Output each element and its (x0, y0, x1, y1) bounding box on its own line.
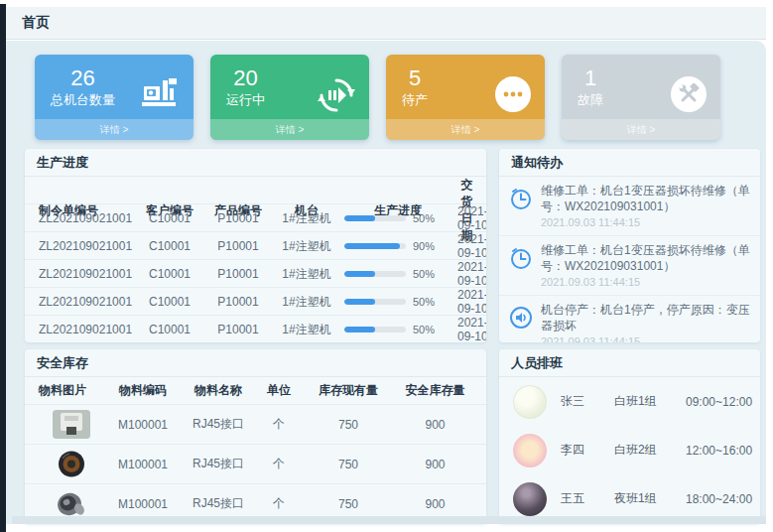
customer-no: C10001 (138, 323, 201, 336)
ellipsis-icon (495, 76, 531, 112)
clock-icon (509, 246, 533, 290)
customer-no: C10001 (138, 295, 201, 309)
machine: 1#注塑机 (275, 322, 338, 338)
list-item: 张三 白班1组 09:00~12:00 (499, 377, 760, 426)
total-machines-value: 26 (70, 66, 94, 91)
table-row: ZL202109021001 C10001 P10001 1#注塑机 50% 2… (25, 315, 486, 342)
page-header: 首页 (6, 7, 766, 40)
production-panel-title: 生产进度 (37, 154, 88, 172)
stock-table-header: 物料图片 物料编码 物料名称 单位 库存现有量 安全库存量 (25, 377, 486, 404)
delivery-date: 2021-09-10 (457, 204, 486, 232)
delivery-date: 2021-09-10 (457, 288, 486, 316)
clock-icon (509, 187, 533, 230)
shift-label: 夜班1组 (614, 490, 686, 507)
material-image-speaker-front (53, 450, 90, 478)
progress-percent: 50% (413, 212, 435, 224)
notice-timestamp: 2021.09.03 11:44:15 (541, 275, 750, 290)
current-qty: 750 (303, 497, 394, 511)
table-row: M100001 RJ45接口 个 750 900 (25, 444, 486, 483)
running-label: 运行中 (226, 91, 265, 109)
tools-icon (671, 76, 707, 112)
customer-no: C10001 (138, 211, 201, 225)
fault-label: 故障 (578, 91, 603, 109)
total-machines-detail-link[interactable]: 详情 > (35, 119, 193, 140)
waiting-detail-link[interactable]: 详情 > (386, 119, 545, 140)
card-fault[interactable]: 1 故障 详情 > (562, 55, 720, 140)
machine: 1#注塑机 (275, 294, 338, 311)
panel-header: 人员排班 (499, 349, 760, 377)
col-unit: 单位 (255, 382, 303, 399)
schedule-panel-title: 人员排班 (511, 354, 563, 372)
order-no: ZL202109021001 (35, 239, 138, 253)
panel-header: 通知待办 (499, 149, 760, 177)
col-current-qty: 库存现有量 (303, 382, 394, 399)
progress-bar: 50% (338, 296, 457, 308)
current-qty: 750 (303, 458, 394, 471)
waiting-value: 5 (409, 66, 421, 91)
order-no: ZL202109021001 (35, 295, 138, 309)
card-running[interactable]: 20 运行中 详情 > (210, 55, 369, 140)
product-no: P10001 (201, 267, 275, 281)
panel-header: 安全库存 (25, 349, 486, 377)
page-title: 首页 (22, 14, 50, 32)
notice-item[interactable]: 维修工单：机台1变压器损坏待维修（单号：WX202109031001） 2021… (499, 236, 760, 296)
person-name: 王五 (561, 490, 614, 507)
progress-percent: 50% (413, 268, 435, 280)
table-row: M100001 RJ45接口 个 750 900 (25, 404, 486, 444)
col-material-name: 物料名称 (182, 382, 255, 399)
production-progress-panel: 生产进度 制令单编号 客户编号 产品编号 机台 生产进度 交货日期 ZL2021… (25, 149, 486, 342)
notice-timestamp: 2021.09.03 11:44:15 (541, 334, 750, 342)
col-safety-qty: 安全库存量 (394, 382, 476, 399)
product-no: P10001 (201, 295, 275, 309)
col-material-image: 物料图片 (35, 382, 104, 399)
notices-panel-title: 通知待办 (511, 154, 563, 172)
safety-stock-panel: 安全库存 物料图片 物料编码 物料名称 单位 库存现有量 安全库存量 M1000… (25, 349, 486, 524)
bottom-strip (12, 516, 772, 524)
notice-content: 机台停产：机台1停产，停产原因：变压器损坏 2021.09.03 11:44:1… (541, 303, 750, 342)
card-text: 20 运行中 (226, 66, 265, 109)
stock-panel-title: 安全库存 (37, 354, 88, 372)
notice-content: 维修工单：机台1变压器损坏待维修（单号：WX202109031001） 2021… (541, 184, 750, 230)
delivery-date: 2021-09-10 (457, 316, 486, 342)
shift-label: 白班2组 (614, 442, 686, 459)
shift-time: 09:00~12:00 (686, 395, 760, 409)
running-detail-link[interactable]: 详情 > (210, 119, 369, 140)
running-value: 20 (233, 66, 257, 91)
machine: 1#注塑机 (275, 266, 338, 283)
table-row: ZL202109021001 C10001 P10001 1#注塑机 50% 2… (25, 259, 486, 287)
unit: 个 (255, 416, 303, 433)
production-table-header: 制令单编号 客户编号 产品编号 机台 生产进度 交货日期 (25, 177, 486, 203)
order-no: ZL202109021001 (35, 323, 138, 336)
order-no: ZL202109021001 (35, 267, 138, 281)
progress-percent: 50% (413, 324, 435, 335)
delivery-date: 2021-09-10 (457, 260, 486, 288)
material-code: M100001 (104, 418, 182, 432)
delivery-date: 2021-09-10 (457, 232, 486, 260)
fault-detail-link[interactable]: 详情 > (562, 119, 720, 140)
table-row: ZL202109021001 C10001 P10001 1#注塑机 90% 2… (25, 231, 486, 259)
material-code: M100001 (104, 458, 182, 471)
notice-item[interactable]: 机台停产：机台1停产，停产原因：变压器损坏 2021.09.03 11:44:1… (499, 296, 760, 342)
unit: 个 (255, 495, 303, 512)
notice-item[interactable]: 维修工单：机台1变压器损坏待维修（单号：WX202109031001） 2021… (499, 177, 760, 236)
machine: 1#注塑机 (275, 238, 338, 255)
personnel-schedule-panel: 人员排班 张三 白班1组 09:00~12:00 李四 白班2组 12:00~1… (499, 349, 760, 524)
progress-percent: 90% (413, 240, 435, 252)
notice-content: 维修工单：机台1变压器损坏待维修（单号：WX202109031001） 2021… (541, 243, 750, 290)
scrollbar-track[interactable] (766, 0, 773, 532)
card-total-machines[interactable]: 26 总机台数量 详情 > (35, 55, 193, 140)
progress-percent: 50% (413, 296, 435, 308)
table-row: ZL202109021001 C10001 P10001 1#注塑机 50% 2… (25, 287, 486, 315)
current-qty: 750 (303, 418, 394, 432)
notices-panel: 通知待办 维修工单：机台1变压器损坏待维修（单号：WX202109031001）… (499, 149, 760, 342)
total-machines-label: 总机台数量 (51, 91, 115, 109)
person-name: 张三 (561, 393, 614, 410)
customer-no: C10001 (138, 239, 201, 253)
material-image-rj45 (53, 410, 90, 439)
fault-value: 1 (584, 66, 596, 91)
avatar (513, 434, 547, 467)
shift-time: 12:00~16:00 (686, 444, 760, 458)
list-item: 李四 白班2组 12:00~16:00 (499, 426, 760, 474)
card-waiting[interactable]: 5 待产 详情 > (386, 55, 545, 140)
unit: 个 (255, 456, 303, 472)
